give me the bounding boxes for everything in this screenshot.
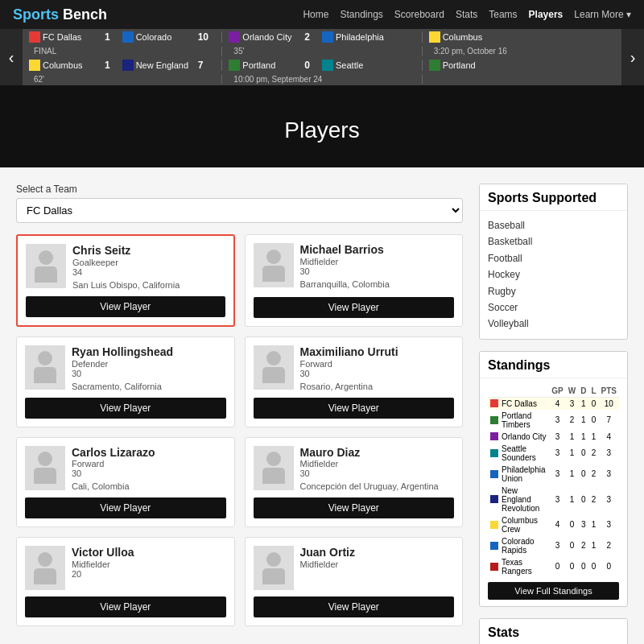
standings-l: 0 — [588, 556, 598, 577]
game5-status: 10:00 pm, September 24 — [229, 75, 327, 84]
person-icon — [35, 250, 57, 283]
game4-home: Columbus 1 — [29, 60, 122, 71]
player-number: 30 — [72, 469, 155, 478]
avatar-head — [38, 452, 52, 466]
player-name: Michael Barrios — [300, 243, 390, 257]
player-location: Cali, Colombia — [72, 481, 155, 491]
standings-l: 2 — [588, 485, 598, 514]
standings-swatch — [490, 449, 498, 457]
standings-team-name: Philadelphia Union — [488, 464, 549, 485]
avatar-body — [262, 468, 285, 484]
nav-learn-more[interactable]: Learn More ▾ — [574, 9, 631, 20]
player-position: Forward — [72, 459, 155, 469]
view-player-button[interactable]: View Player — [25, 398, 226, 419]
standings-l: 1 — [588, 514, 598, 535]
sports-supported-title: Sports Supported — [480, 184, 627, 211]
player-card: Ryan Hollingshead Defender 30 Sacramento… — [16, 336, 235, 427]
fc-dallas-swatch — [29, 31, 40, 43]
select-team-label: Select a Team — [16, 184, 463, 195]
scores-bar: ‹ FC Dallas 1 Colorado 10 Orlando City — [0, 29, 644, 85]
status-2: 35' — [222, 47, 422, 56]
status-row: FINAL 35' 3:20 pm, October 16 — [23, 45, 621, 57]
player-location: San Luis Obispo, California — [72, 280, 180, 290]
player-avatar — [254, 243, 294, 287]
sport-item: Basketball — [488, 233, 619, 250]
game6-away: Portland — [429, 60, 615, 71]
nav-players[interactable]: Players — [529, 9, 564, 20]
game-4: Columbus 1 New England 7 — [23, 60, 222, 71]
player-position: Defender — [72, 359, 173, 369]
game5-home-name: Portland — [242, 60, 299, 70]
view-player-button[interactable]: View Player — [25, 597, 226, 617]
game-1: FC Dallas 1 Colorado 10 — [23, 31, 222, 43]
nav-teams[interactable]: Teams — [489, 9, 517, 20]
view-full-standings-button[interactable]: View Full Standings — [488, 582, 619, 600]
orlando-swatch — [229, 31, 240, 43]
view-player-button[interactable]: View Player — [26, 296, 225, 317]
player-avatar — [25, 546, 65, 590]
player-card: Victor Ulloa Midfielder 20 View Player — [16, 537, 235, 626]
standings-l: 1 — [588, 535, 598, 556]
avatar-body — [35, 266, 57, 283]
team-select[interactable]: FC Dallas — [16, 198, 463, 223]
view-player-button[interactable]: View Player — [254, 597, 455, 617]
standings-team-label: FC Dallas — [502, 399, 537, 408]
sports-list: BaseballBasketballFootballHockeyRugbySoc… — [488, 217, 619, 332]
navbar: Sports Bench Home Standings Scoreboard S… — [0, 0, 644, 29]
avatar-head — [39, 250, 53, 265]
nav-scoreboard[interactable]: Scoreboard — [394, 9, 444, 20]
stats-title: Stats — [480, 619, 627, 644]
scores-next-arrow[interactable]: › — [621, 29, 644, 85]
stats-widget: Stats Goals Maximiliano Urruti 4 Erik Fr… — [479, 618, 628, 644]
player-number: 30 — [300, 369, 398, 378]
standings-w: 2 — [566, 410, 578, 431]
standings-team-label: Portland Timbers — [502, 411, 547, 429]
standings-th-pts: PTS — [599, 385, 619, 398]
game1-home: FC Dallas 1 — [29, 31, 122, 43]
scores-prev-arrow[interactable]: ‹ — [0, 29, 23, 85]
game1-home-name: FC Dallas — [43, 32, 99, 42]
standings-pts: 10 — [599, 397, 619, 410]
avatar-head — [38, 552, 52, 567]
nav-home[interactable]: Home — [303, 9, 328, 20]
player-name: Carlos Lizarazo — [72, 446, 155, 460]
standings-th-team — [488, 385, 549, 398]
left-panel: Select a Team FC Dallas Chris Seitz Goal… — [16, 184, 463, 644]
player-info: Michael Barrios Midfielder 30 Barranquil… — [300, 243, 390, 289]
page-title: Players — [0, 118, 644, 143]
standings-d: 3 — [578, 514, 588, 535]
standings-d: 2 — [578, 535, 588, 556]
view-player-button[interactable]: View Player — [254, 297, 455, 318]
view-player-button[interactable]: View Player — [254, 497, 455, 518]
player-avatar — [25, 345, 65, 390]
hero-section: Players — [0, 85, 644, 167]
standings-pts: 4 — [599, 431, 619, 443]
nav-standings[interactable]: Standings — [340, 9, 382, 20]
game1-away-name: Colorado — [136, 32, 192, 42]
brand-bench: Bench — [59, 6, 107, 23]
philadelphia-swatch — [322, 31, 333, 43]
standings-th-gp: GP — [549, 385, 565, 398]
standings-pts: 7 — [599, 410, 619, 431]
standings-team-name: Portland Timbers — [488, 410, 549, 431]
player-card-inner: Michael Barrios Midfielder 30 Barranquil… — [254, 243, 455, 289]
standings-table: GP W D L PTS FC Dallas 4 3 1 0 10 — [488, 385, 619, 577]
avatar-body — [34, 468, 56, 484]
standings-pts: 3 — [599, 464, 619, 485]
standings-team-label: Texas Rangers — [502, 558, 547, 576]
view-player-button[interactable]: View Player — [254, 398, 455, 419]
player-card: Juan Ortiz Midfielder View Player — [245, 537, 464, 626]
standings-w: 1 — [566, 464, 578, 485]
sports-list-body: BaseballBasketballFootballHockeyRugbySoc… — [480, 211, 627, 339]
view-player-button[interactable]: View Player — [25, 497, 226, 518]
player-number: 34 — [72, 267, 180, 277]
standings-row: Columbus Crew 4 0 3 1 3 — [488, 514, 619, 535]
standings-row: Philadelphia Union 3 1 0 2 3 — [488, 464, 619, 485]
standings-d: 1 — [578, 397, 588, 410]
nav-stats[interactable]: Stats — [456, 9, 477, 20]
standings-widget: Standings GP W D L PTS — [479, 351, 628, 607]
standings-pts: 3 — [599, 514, 619, 535]
standings-team-label: Philadelphia Union — [502, 465, 547, 483]
player-info: Chris Seitz Goalkeeper 34 San Luis Obisp… — [72, 244, 180, 290]
standings-d: 1 — [578, 431, 588, 443]
